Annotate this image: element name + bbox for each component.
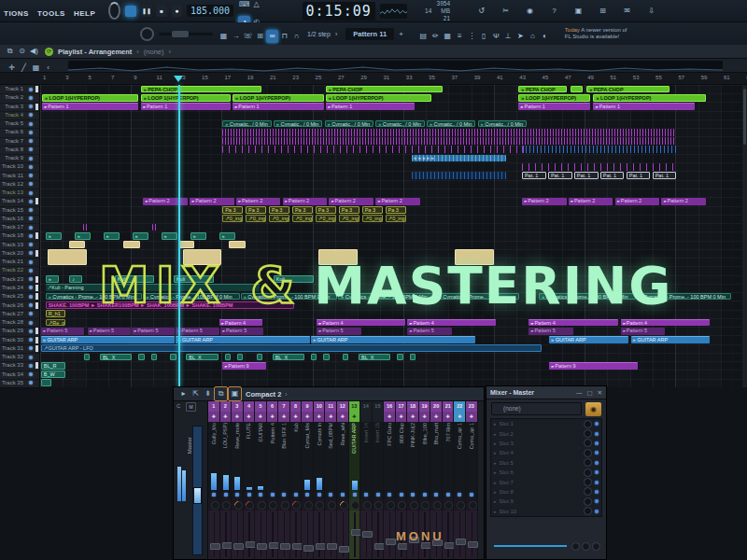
track-mute-dot[interactable] (29, 260, 33, 264)
slot-arrow-icon[interactable]: ▸ (494, 421, 497, 427)
clip-bl-x[interactable]: BL_X (359, 354, 390, 361)
effect-slot-9[interactable]: ▸Slot 9 (491, 497, 601, 506)
master-titlebar[interactable]: Mixer - Master —▢✕ (486, 386, 606, 399)
channel-fader[interactable] (278, 511, 289, 559)
clip-pattern-4[interactable]: Pattern 4 (317, 319, 405, 327)
clip-pattern-1[interactable]: Pattern 1 (593, 103, 694, 110)
clip-tan[interactable] (183, 249, 222, 265)
channel-route-icon[interactable]: ✚ (244, 412, 255, 422)
track-mute-dot[interactable] (29, 182, 33, 186)
clip-tealc[interactable] (343, 354, 348, 361)
clip-cymatic-0-min[interactable]: Cymatic.. / 0 Min (325, 120, 374, 128)
channel-number[interactable]: 18 (407, 401, 418, 412)
slot-mix-knob[interactable] (584, 458, 592, 467)
play-button[interactable]: ❚❚ (141, 5, 151, 17)
clip-cymatic-0-min[interactable]: Cymatic.. / 0 Min (375, 120, 424, 128)
playlist-overview[interactable] (68, 61, 723, 70)
clip-tickp[interactable] (222, 129, 528, 136)
effect-slot-4[interactable]: ▸Slot 4 (491, 448, 601, 457)
clip-pattern-2[interactable]: Pattern 2 (661, 198, 706, 205)
channel-route-icon[interactable]: ✚ (278, 412, 289, 422)
clip-pattern-1[interactable]: Pattern 1 (42, 103, 138, 110)
clip-cymatic-0-min[interactable]: Cymatic.. / 0 Min (427, 120, 475, 128)
channel-fader[interactable] (325, 511, 336, 559)
channel-route-icon[interactable]: ✚ (419, 412, 430, 422)
help-icon[interactable]: ? (548, 5, 560, 18)
pattern-selector[interactable]: Pattern 11 (345, 28, 394, 40)
mixer-channel-7[interactable]: 7✚Blan SFX 1 (278, 401, 290, 559)
clip-pepa-chop[interactable]: PEPA CHOP (586, 86, 669, 93)
clip-pattern-5[interactable]: Pattern 5 (407, 328, 452, 335)
slot-arrow-icon[interactable]: ▸ (494, 441, 497, 446)
track-mute-dot[interactable] (29, 105, 33, 108)
snap-selector[interactable]: 1/2 step (307, 31, 331, 37)
mixer-channel-12[interactable]: 12✚Reve_whi (337, 401, 349, 559)
clip-pat-1[interactable]: Pat. 1 (627, 172, 651, 179)
browser-icon[interactable]: ▯ (478, 30, 490, 43)
clip-pa-3[interactable]: Pa 3 (269, 206, 289, 214)
clip-cymatics-prome-100-bpm-0-min[interactable]: Cymatics - Prome..- 100 BPM 0 Min (46, 293, 142, 301)
clip-pa-3[interactable]: Pa 3 (222, 206, 243, 214)
clip-loop-1-hyperpop[interactable]: LOOP 1(HYPERPOP) (141, 94, 231, 102)
channel-route-icon[interactable]: ✚ (232, 412, 243, 422)
channel-name[interactable]: 707 Rim (443, 422, 454, 459)
channel-fader[interactable] (360, 511, 372, 559)
mixer-channel-13[interactable]: 13✚GUITAR ARP (349, 401, 361, 559)
channel-mute-dot[interactable] (278, 491, 289, 498)
clip-pattern-2[interactable]: Pattern 2 (143, 198, 188, 205)
channel-number[interactable]: 5 (255, 401, 266, 412)
channel-pan-knob[interactable] (290, 498, 302, 511)
channel-fader[interactable] (290, 511, 302, 559)
channel-fader[interactable] (220, 511, 232, 559)
channel-pan-knob[interactable] (232, 498, 243, 511)
track-mute-dot[interactable] (29, 122, 33, 126)
clip-tealc[interactable] (237, 354, 243, 361)
slot-enable-dot[interactable] (595, 432, 599, 436)
channel-mute-dot[interactable] (443, 491, 454, 498)
channel-fader[interactable] (314, 511, 325, 559)
channel-route-icon[interactable]: ✚ (454, 412, 465, 422)
channel-route-icon[interactable]: ✚ (267, 412, 278, 422)
channel-name[interactable]: Cymat_Mix (302, 422, 313, 459)
clip-guitar-arp[interactable]: GUITAR ARP (549, 336, 628, 343)
save-icon[interactable]: ▣ (572, 5, 585, 18)
clip-pattern-4[interactable]: Pattern 4 (219, 319, 262, 327)
channel-number[interactable]: 22 (454, 401, 465, 412)
channel-name[interactable]: Blke_100 (419, 422, 430, 459)
channel-number[interactable]: 4 (244, 401, 255, 412)
channel-pan-knob[interactable] (302, 498, 313, 511)
clip-pattern-5[interactable]: Pattern 5 (176, 328, 218, 335)
clip-pattern-2[interactable]: Pattern 2 (375, 198, 420, 205)
view-compact-icon[interactable]: ⧉ (214, 386, 228, 401)
channel-pan-knob[interactable] (396, 498, 407, 511)
channel-pan-knob[interactable] (373, 498, 384, 511)
track-mute-dot[interactable] (29, 174, 33, 177)
clip-cymatics-prome-100-bpm-0-min[interactable]: Cymatics - Prome..- 100 BPM 0 Min (338, 293, 434, 301)
channel-number[interactable]: 11 (325, 401, 336, 412)
send-knob[interactable] (571, 542, 580, 551)
track-mute-dot[interactable] (29, 269, 33, 273)
shop-icon[interactable]: ⌂ (527, 30, 539, 43)
channel-mute-dot[interactable] (290, 491, 302, 498)
clip-tan[interactable] (48, 249, 87, 265)
clip-loop-1-hyperpop[interactable]: LOOP 1(HYPERPOP) (518, 94, 590, 102)
effect-slot-6[interactable]: ▸Slot 6 (491, 468, 601, 477)
track-mute-dot[interactable] (29, 147, 33, 151)
plugin-knob-button[interactable]: ◉ (585, 402, 601, 416)
performance-mode-icon[interactable]: ⊓ (278, 30, 290, 43)
tempo-display[interactable]: 185.000 (187, 5, 233, 17)
clip-tealc[interactable]: » (190, 232, 206, 240)
clip-pa-3[interactable]: Pa 3 (362, 206, 383, 214)
clip-tealc[interactable] (84, 354, 90, 361)
clip-pattern-5[interactable]: Pattern 5 (132, 328, 175, 335)
clip-pattern-5[interactable]: Pattern 5 (529, 328, 573, 335)
track-mute-dot[interactable] (29, 286, 33, 289)
channel-name[interactable]: Cyma_ap 1 (466, 422, 477, 459)
playhead[interactable] (178, 85, 180, 387)
update-notice[interactable]: Today A newer version of FL Studio is av… (565, 27, 627, 40)
clip-kuli-panning[interactable]: Kuli - Panning (46, 284, 261, 291)
clip-guitar-arp[interactable]: GUITAR ARP (176, 336, 310, 343)
channel-name[interactable]: Sed_0BPM (325, 422, 336, 459)
clip-tealc[interactable] (257, 354, 262, 361)
channel-name[interactable]: LOU_PSP) (220, 422, 232, 459)
